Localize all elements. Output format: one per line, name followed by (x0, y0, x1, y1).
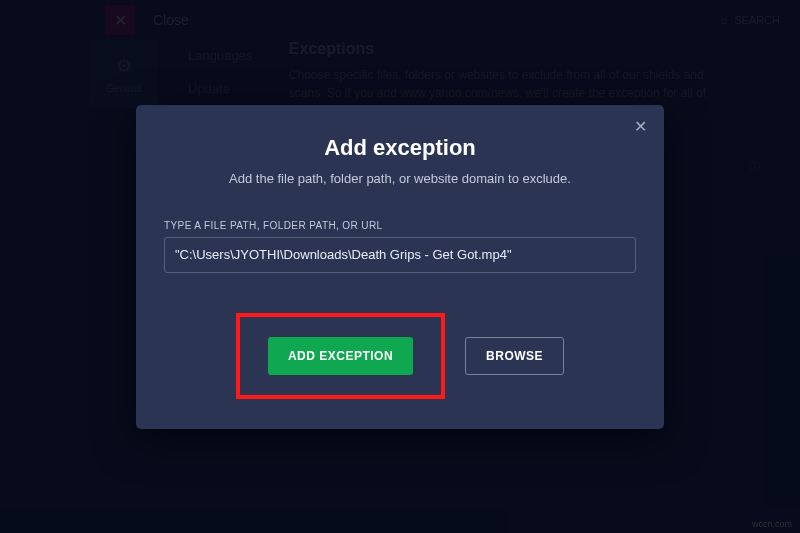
modal-title: Add exception (164, 135, 636, 161)
add-exception-modal: ✕ Add exception Add the file path, folde… (136, 105, 664, 429)
add-exception-button[interactable]: ADD EXCEPTION (268, 337, 413, 375)
modal-subtitle: Add the file path, folder path, or websi… (164, 171, 636, 186)
modal-button-row: ADD EXCEPTION BROWSE (164, 313, 636, 399)
path-input[interactable] (164, 237, 636, 273)
modal-close-button[interactable]: ✕ (630, 117, 650, 137)
browse-button[interactable]: BROWSE (465, 337, 564, 375)
tutorial-highlight: ADD EXCEPTION (236, 313, 445, 399)
modal-overlay: ✕ Add exception Add the file path, folde… (0, 0, 800, 533)
watermark: wccn.com (752, 519, 792, 529)
close-icon: ✕ (634, 117, 647, 136)
input-label: TYPE A FILE PATH, FOLDER PATH, OR URL (164, 220, 636, 231)
